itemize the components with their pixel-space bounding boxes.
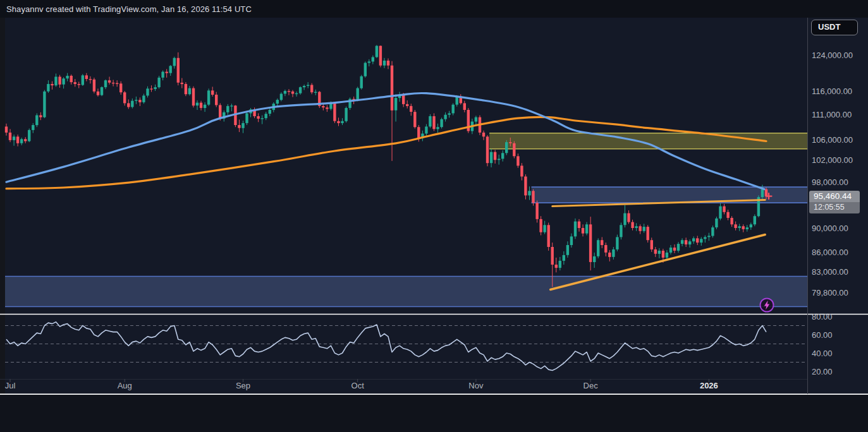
price-tick-label: 86,000.00	[812, 248, 848, 257]
candle-countdown: 12:05:55	[809, 202, 860, 213]
price-tick-label: 124,000.00	[812, 51, 853, 60]
price-tick-label: 79,800.00	[812, 288, 848, 297]
last-price-value: 95,460.44	[809, 191, 860, 202]
ma-orange-line[interactable]	[6, 117, 766, 188]
rsi-tick-label: 60.00	[812, 330, 833, 340]
rsi-tick-label: 20.00	[812, 367, 833, 376]
price-tick-label: 83,000.00	[812, 267, 848, 277]
price-tick-label: 116,000.00	[812, 87, 852, 96]
chart-canvas[interactable]	[0, 0, 868, 432]
rsi-tick-label: 80.00	[812, 312, 833, 321]
price-tick-label: 106,000.00	[812, 135, 853, 145]
tradingview-chart-screenshot: Shayannv created with TradingView.com, J…	[0, 0, 868, 432]
price-tick-label: 90,000.00	[812, 224, 848, 233]
price-tick-label: 111,000.00	[812, 110, 852, 119]
rsi-line[interactable]	[6, 322, 766, 371]
time-axis-label-jul: Jul	[5, 381, 16, 390]
time-axis-label-oct: Oct	[351, 381, 364, 390]
time-axis-label-aug: Aug	[118, 381, 132, 390]
quote-currency-button[interactable]: USDT	[811, 20, 858, 35]
time-axis-label-sep: Sep	[236, 381, 250, 390]
price-tick-label: 102,000.00	[812, 155, 853, 165]
candlestick-series[interactable]	[5, 45, 767, 287]
support-zone-blue[interactable]	[5, 276, 807, 306]
time-axis-label-nov: Nov	[468, 381, 483, 390]
last-price-label: 95,460.44 12:05:55	[809, 191, 860, 213]
time-axis-label-2026: 2026	[700, 381, 718, 390]
flash-boost-icon[interactable]	[759, 297, 775, 313]
price-tick-label: 98,000.00	[812, 177, 848, 187]
time-axis-label-dec: Dec	[584, 381, 598, 390]
rsi-tick-label: 40.00	[812, 349, 833, 358]
footer-bar: TradingView	[0, 395, 868, 432]
